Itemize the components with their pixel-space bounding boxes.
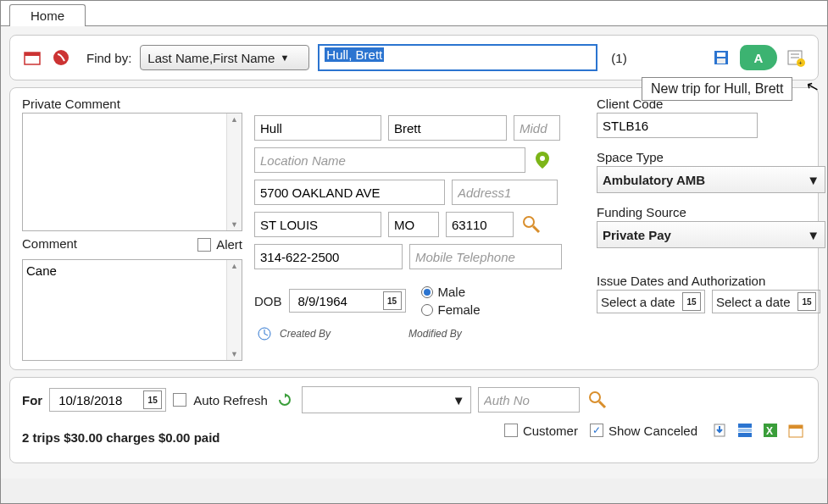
find-by-value: Last Name,First Name [147, 51, 275, 65]
issue-date-to[interactable]: Select a date [716, 295, 792, 309]
tooltip-new-trip: New trip for Hull, Brett [642, 77, 792, 101]
female-radio[interactable] [421, 304, 433, 316]
svg-rect-20 [738, 424, 752, 428]
calendar-icon[interactable] [22, 47, 42, 68]
svg-point-17 [590, 392, 600, 402]
search-icon[interactable] [520, 213, 542, 235]
last-name-input[interactable] [254, 115, 381, 141]
auto-refresh-checkbox[interactable] [173, 393, 186, 407]
for-label: For [22, 393, 42, 407]
search-input[interactable]: Hull, Brett [318, 44, 597, 71]
location-input[interactable] [254, 147, 525, 173]
issue-date-from[interactable]: Select a date [601, 295, 677, 309]
mobile-input[interactable] [409, 244, 562, 269]
chevron-down-icon: ▼ [453, 393, 465, 407]
middle-name-input[interactable] [514, 115, 560, 141]
svg-rect-4 [717, 53, 725, 57]
private-comment-input[interactable] [23, 114, 226, 230]
male-radio[interactable] [421, 286, 433, 298]
state-input[interactable] [388, 212, 439, 237]
address-input[interactable] [254, 180, 445, 205]
svg-text:+: + [798, 59, 803, 67]
result-count: (1) [611, 51, 626, 65]
for-date-input[interactable] [53, 390, 138, 409]
trips-panel: For 15 Auto Refresh ▼ 2 trips $30.00 cha… [9, 377, 819, 463]
client-code-input[interactable] [597, 113, 758, 138]
city-input[interactable] [254, 212, 381, 237]
new-trip-icon[interactable]: + [786, 47, 806, 68]
client-fields: DOB 15 Male Female [254, 97, 585, 361]
filter-select[interactable]: ▼ [302, 386, 471, 413]
svg-line-13 [533, 226, 539, 232]
calendar-picker-icon[interactable]: 15 [383, 291, 402, 310]
scrollbar[interactable]: ▲▼ [226, 260, 242, 360]
svg-rect-5 [717, 58, 725, 64]
svg-point-11 [540, 156, 545, 161]
svg-rect-22 [738, 433, 752, 437]
scrollbar[interactable]: ▲▼ [226, 114, 242, 230]
calendar-picker-icon[interactable]: 15 [797, 292, 816, 311]
phone-icon[interactable] [51, 47, 71, 68]
show-canceled-label: Show Canceled [608, 424, 697, 438]
funding-select[interactable]: Private Pay ▼ [597, 221, 825, 248]
trip-summary: 2 trips $30.00 charges $0.00 paid [22, 430, 220, 445]
female-label: Female [438, 302, 481, 317]
status-badge[interactable]: A [740, 45, 777, 70]
svg-rect-26 [789, 425, 803, 429]
customer-label: Customer [523, 424, 578, 438]
created-by-label: Created By [280, 328, 331, 340]
calendar-export-icon[interactable] [786, 420, 806, 440]
comment-label: Comment [22, 236, 77, 251]
space-type-value: Ambulatory AMB [603, 173, 705, 187]
search-icon[interactable] [586, 389, 608, 411]
private-comment-section: Private Comment ▲▼ Comment Alert Cane ▲▼ [22, 97, 242, 361]
svg-point-2 [53, 50, 69, 65]
private-comment-label: Private Comment [22, 97, 242, 111]
map-pin-icon[interactable] [532, 150, 553, 170]
chevron-down-icon: ▼ [807, 173, 820, 187]
excel-icon[interactable]: X [760, 420, 781, 440]
client-right-column: Client Code Space Type Ambulatory AMB ▼ … [597, 97, 828, 361]
space-type-label: Space Type [597, 150, 828, 164]
auth-no-input[interactable] [478, 387, 580, 413]
phone-input[interactable] [254, 244, 403, 269]
save-icon[interactable] [711, 47, 731, 68]
search-value: Hull, Brett [325, 47, 384, 62]
chevron-down-icon: ▼ [280, 53, 289, 63]
alert-label: Alert [216, 237, 242, 252]
find-by-select[interactable]: Last Name,First Name ▼ [140, 45, 309, 70]
tab-bar: Home [1, 1, 827, 26]
grid-view-icon[interactable] [735, 420, 755, 440]
svg-point-12 [524, 217, 534, 227]
refresh-icon[interactable] [275, 390, 295, 410]
calendar-picker-icon[interactable]: 15 [682, 292, 701, 311]
funding-label: Funding Source [597, 205, 828, 219]
client-form-panel: Private Comment ▲▼ Comment Alert Cane ▲▼ [9, 87, 819, 370]
space-type-select[interactable]: Ambulatory AMB ▼ [597, 166, 825, 193]
zip-input[interactable] [446, 212, 514, 237]
comment-input[interactable]: Cane [23, 260, 226, 360]
dob-label: DOB [254, 294, 282, 308]
alert-checkbox[interactable] [197, 238, 211, 252]
toolbar-panel: Find by: Last Name,First Name ▼ Hull, Br… [9, 35, 819, 80]
calendar-picker-icon[interactable]: 15 [143, 390, 162, 409]
first-name-input[interactable] [388, 115, 507, 141]
modified-by-label: Modified By [408, 328, 462, 340]
svg-rect-21 [738, 429, 752, 432]
male-label: Male [438, 285, 466, 299]
svg-rect-1 [25, 53, 40, 56]
issue-dates-label: Issue Dates and Authorization [597, 274, 828, 288]
chevron-down-icon: ▼ [807, 228, 820, 242]
dob-input[interactable] [293, 291, 378, 310]
funding-value: Private Pay [603, 228, 671, 242]
tab-home[interactable]: Home [9, 4, 86, 26]
clock-icon [254, 324, 275, 344]
export-down-icon[interactable] [709, 420, 730, 440]
address2-input[interactable] [452, 180, 558, 205]
svg-text:X: X [766, 425, 773, 437]
customer-checkbox[interactable] [504, 424, 518, 437]
show-canceled-checkbox[interactable]: ✓ [590, 424, 603, 437]
find-by-label: Find by: [86, 51, 131, 65]
auto-refresh-label: Auto Refresh [193, 393, 268, 407]
svg-line-18 [599, 402, 605, 407]
